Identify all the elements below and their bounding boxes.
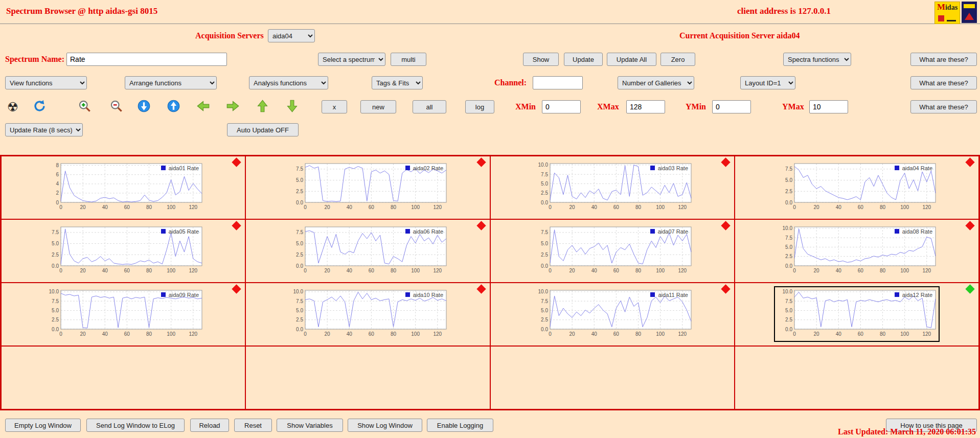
- multi-button[interactable]: multi: [391, 53, 426, 66]
- enable-logging-button[interactable]: Enable Logging: [427, 419, 493, 432]
- svg-text:80: 80: [635, 331, 642, 337]
- gallery-panel-aida06[interactable]: 0.02.55.07.5020406080100120aida06 Rate: [245, 219, 490, 283]
- acquisition-server-select[interactable]: aida04: [268, 29, 315, 42]
- spectrum-chart-aida08[interactable]: 0.02.55.07.510.0020406080100120aida08 Ra…: [775, 224, 939, 278]
- spectrum-chart-aida05[interactable]: 0.02.55.07.5020406080100120aida05 Rate: [41, 224, 205, 278]
- spectrum-name-input[interactable]: [66, 53, 227, 66]
- svg-text:20: 20: [813, 204, 819, 210]
- analysis-functions-dropdown[interactable]: Analysis functions: [249, 76, 328, 89]
- spectrum-chart-aida10[interactable]: 0.02.55.07.510.0020406080100120aida10 Ra…: [286, 287, 449, 341]
- panel-status-diamond-aida04: [965, 157, 974, 167]
- show-button[interactable]: Show: [523, 53, 559, 66]
- pan-down-icon[interactable]: [284, 99, 300, 114]
- gallery-panel-aida11[interactable]: 0.02.55.07.510.0020406080100120aida11 Ra…: [490, 283, 735, 346]
- tags-fits-dropdown[interactable]: Tags & Fits: [372, 76, 423, 89]
- spectrum-chart-aida07[interactable]: 0.02.55.07.5020406080100120aida07 Rate: [531, 224, 694, 278]
- zoom-out-icon[interactable]: [108, 99, 124, 114]
- svg-text:2.5: 2.5: [785, 189, 792, 194]
- svg-text:60: 60: [858, 204, 864, 210]
- scroll-down-icon[interactable]: [136, 99, 151, 114]
- ymax-input[interactable]: [809, 100, 848, 113]
- gallery-panel-aida08[interactable]: 0.02.55.07.510.0020406080100120aida08 Ra…: [735, 219, 979, 283]
- midas-logo[interactable]: Midas: [935, 2, 960, 24]
- select-spectrum-dropdown[interactable]: Select a spectrum: [318, 53, 385, 66]
- svg-text:120: 120: [922, 204, 931, 210]
- zero-button[interactable]: Zero: [660, 53, 695, 66]
- arrange-functions-dropdown[interactable]: Arrange functions: [125, 76, 217, 89]
- spectrum-chart-aida04[interactable]: 0.02.55.07.5020406080100120aida04 Rate: [775, 160, 939, 214]
- svg-text:100: 100: [900, 204, 909, 210]
- svg-text:120: 120: [434, 331, 442, 337]
- gallery-panel-aida05[interactable]: 0.02.55.07.5020406080100120aida05 Rate: [1, 219, 245, 283]
- svg-text:5.0: 5.0: [785, 308, 792, 313]
- channel-input[interactable]: [533, 76, 583, 89]
- chart-canvas-aida01: 02468020406080100120aida01 Rate: [41, 160, 205, 213]
- update-button[interactable]: Update: [564, 53, 603, 66]
- log-button[interactable]: log: [465, 100, 494, 113]
- logo-group: Midas: [935, 2, 977, 24]
- spectra-functions-dropdown[interactable]: Spectra functions: [783, 53, 851, 66]
- number-of-galleries-dropdown[interactable]: Number of Galleries: [618, 76, 694, 89]
- gallery-panel-aida04[interactable]: 0.02.55.07.5020406080100120aida04 Rate: [735, 156, 979, 219]
- spectrum-chart-aida09[interactable]: 0.02.55.07.510.0020406080100120aida09 Ra…: [41, 287, 205, 341]
- svg-text:0: 0: [304, 331, 307, 337]
- svg-text:80: 80: [880, 331, 886, 337]
- new-button[interactable]: new: [360, 100, 396, 113]
- gallery-panel-aida03[interactable]: 0.02.55.07.510.0020406080100120aida03 Ra…: [490, 156, 735, 219]
- gsi-logo[interactable]: [962, 2, 977, 23]
- footer-toolbar: Empty Log Window Send Log Window to ELog…: [0, 419, 980, 433]
- spectrum-chart-aida01[interactable]: 02468020406080100120aida01 Rate: [41, 160, 205, 214]
- spectrum-chart-aida11[interactable]: 0.02.55.07.510.0020406080100120aida11 Ra…: [531, 287, 694, 341]
- all-button[interactable]: all: [413, 100, 446, 113]
- show-variables-button[interactable]: Show Variables: [277, 419, 343, 432]
- acquisition-row: Acquisition Servers aida04 Current Acqui…: [0, 24, 980, 48]
- spectrum-chart-aida06[interactable]: 0.02.55.07.5020406080100120aida06 Rate: [286, 224, 449, 278]
- what-are-these-button-spectrum[interactable]: What are these?: [910, 53, 977, 66]
- gallery-panel-aida02[interactable]: 0.02.55.07.5020406080100120aida02 Rate: [245, 156, 490, 219]
- gallery-panel-aida09[interactable]: 0.02.55.07.510.0020406080100120aida09 Ra…: [1, 283, 245, 346]
- svg-text:aida02 Rate: aida02 Rate: [413, 165, 443, 171]
- zoom-in-icon[interactable]: [77, 99, 92, 114]
- x-button[interactable]: x: [322, 100, 347, 113]
- svg-text:7.5: 7.5: [296, 166, 303, 172]
- pan-right-icon[interactable]: [225, 99, 240, 114]
- panel-status-diamond-aida07: [721, 221, 730, 230]
- gallery-panel-aida12[interactable]: 0.02.55.07.510.0020406080100120aida12 Ra…: [735, 283, 979, 346]
- what-are-these-button-functions[interactable]: What are these?: [910, 76, 977, 89]
- ymin-input[interactable]: [712, 100, 751, 113]
- refresh-icon[interactable]: [32, 99, 47, 114]
- pan-left-icon[interactable]: [195, 99, 211, 114]
- scroll-up-icon[interactable]: [166, 99, 181, 114]
- gallery-panel-empty: [245, 346, 490, 409]
- xmax-input[interactable]: [626, 100, 665, 113]
- pan-up-icon[interactable]: [255, 99, 270, 114]
- what-are-these-button-toolbar[interactable]: What are these?: [910, 100, 977, 113]
- layout-id-dropdown[interactable]: Layout ID=1: [740, 76, 795, 89]
- gallery-panel-aida07[interactable]: 0.02.55.07.5020406080100120aida07 Rate: [490, 219, 735, 283]
- send-log-to-elog-button[interactable]: Send Log Window to ELog: [86, 419, 185, 432]
- xmin-input[interactable]: [542, 100, 581, 113]
- update-rate-select[interactable]: Update Rate (8 secs): [5, 123, 83, 136]
- spectrum-chart-aida03[interactable]: 0.02.55.07.510.0020406080100120aida03 Ra…: [531, 160, 694, 214]
- panel-status-diamond-aida05: [232, 221, 241, 230]
- spectrum-chart-aida12[interactable]: 0.02.55.07.510.0020406080100120aida12 Ra…: [775, 287, 939, 341]
- reload-button[interactable]: Reload: [190, 419, 229, 432]
- empty-log-window-button[interactable]: Empty Log Window: [5, 419, 81, 432]
- svg-text:aida08 Rate: aida08 Rate: [902, 228, 932, 235]
- show-log-window-button[interactable]: Show Log Window: [348, 419, 422, 432]
- svg-text:100: 100: [412, 268, 420, 273]
- svg-text:0: 0: [56, 200, 59, 205]
- view-functions-dropdown[interactable]: View functions: [5, 76, 87, 89]
- reset-button[interactable]: Reset: [234, 419, 272, 432]
- auto-update-button[interactable]: Auto Update OFF: [227, 123, 299, 136]
- gsi-logo-bar: [964, 4, 975, 8]
- update-all-button[interactable]: Update All: [607, 53, 656, 66]
- gallery-panel-aida10[interactable]: 0.02.55.07.510.0020406080100120aida10 Ra…: [245, 283, 490, 346]
- gallery-panel-aida01[interactable]: 02468020406080100120aida01 Rate: [1, 156, 245, 219]
- svg-text:7.5: 7.5: [541, 172, 548, 177]
- svg-text:120: 120: [922, 268, 931, 273]
- radioactive-icon[interactable]: ☢: [5, 99, 20, 114]
- spectrum-chart-aida02[interactable]: 0.02.55.07.5020406080100120aida02 Rate: [286, 160, 449, 214]
- svg-text:0.0: 0.0: [541, 263, 548, 269]
- svg-text:2.5: 2.5: [52, 317, 59, 322]
